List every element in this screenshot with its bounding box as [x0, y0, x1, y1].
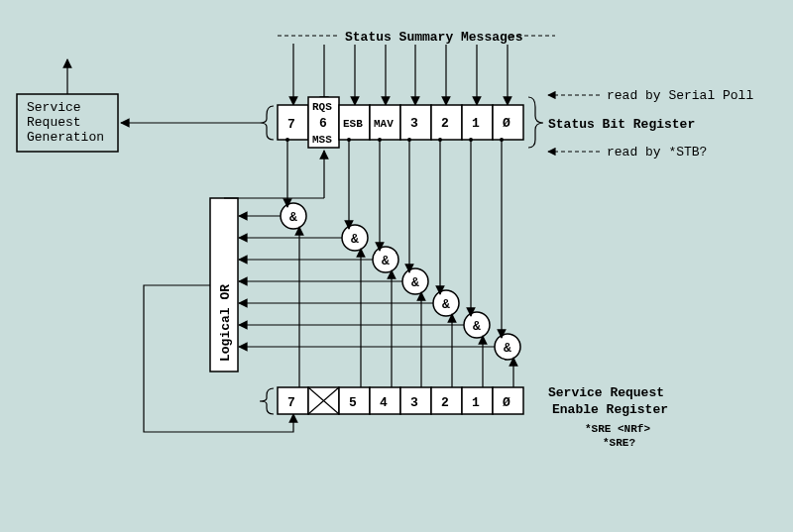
sbr-bit-6a: RQS [312, 101, 332, 113]
svg-point-70 [438, 138, 442, 142]
svg-point-67 [347, 138, 351, 142]
sbr-bit-6c: MSS [312, 134, 332, 146]
sre-bit-0: Ø [503, 395, 510, 410]
svg-text:&: & [382, 254, 390, 268]
svg-text:&: & [473, 319, 481, 334]
read-stb: read by *STB? [607, 145, 707, 160]
svg-point-69 [407, 138, 411, 142]
top-arrows [293, 44, 508, 105]
sre-cmd2: *SRE? [603, 437, 635, 449]
svg-text:&: & [411, 275, 419, 290]
status-bit-register: 7 RQS 6 MSS ESB MAV 3 2 1 Ø [278, 97, 523, 148]
sre-bit-2: 2 [441, 395, 449, 410]
sbr-bit-7: 7 [287, 117, 295, 132]
sre-cmd1: *SRE <NRf> [585, 423, 650, 435]
enable-register: 7 5 4 3 2 1 Ø [278, 387, 523, 414]
sre-label-1: Service Request [548, 385, 664, 400]
sre-bit-3: 3 [410, 395, 418, 410]
sbr-bit-5: ESB [343, 118, 363, 130]
read-serial-poll: read by Serial Poll [607, 88, 753, 103]
sre-bit-4: 4 [380, 395, 388, 410]
sre-bit-5: 5 [349, 395, 357, 410]
sbr-bit-6b: 6 [319, 116, 327, 131]
svg-text:&: & [351, 232, 359, 247]
svg-text:&: & [442, 297, 450, 312]
srq-line1: Service [27, 100, 81, 115]
svg-point-66 [285, 138, 289, 142]
sre-bit-1: 1 [472, 395, 480, 410]
svg-point-71 [469, 138, 473, 142]
srq-line2: Request [27, 115, 81, 130]
sre-label-2: Enable Register [552, 402, 668, 417]
sbr-bit-3: 3 [410, 116, 418, 131]
sbr-label: Status Bit Register [548, 117, 695, 132]
svg-point-68 [378, 138, 382, 142]
svg-point-72 [500, 138, 504, 142]
status-summary-diagram: Status Summary Messages 7 RQS 6 MSS ESB … [0, 0, 793, 532]
sre-bit-7: 7 [287, 395, 295, 410]
sbr-bit-4: MAV [374, 118, 394, 130]
svg-text:&: & [504, 341, 511, 356]
srq-line3: Generation [27, 130, 104, 145]
svg-text:&: & [289, 210, 297, 225]
sbr-bit-2: 2 [441, 116, 449, 131]
sbr-bit-0: Ø [503, 116, 510, 131]
sbr-bit-1: 1 [472, 116, 480, 131]
logical-or-label: Logical OR [218, 284, 233, 362]
title-text: Status Summary Messages [345, 30, 523, 45]
